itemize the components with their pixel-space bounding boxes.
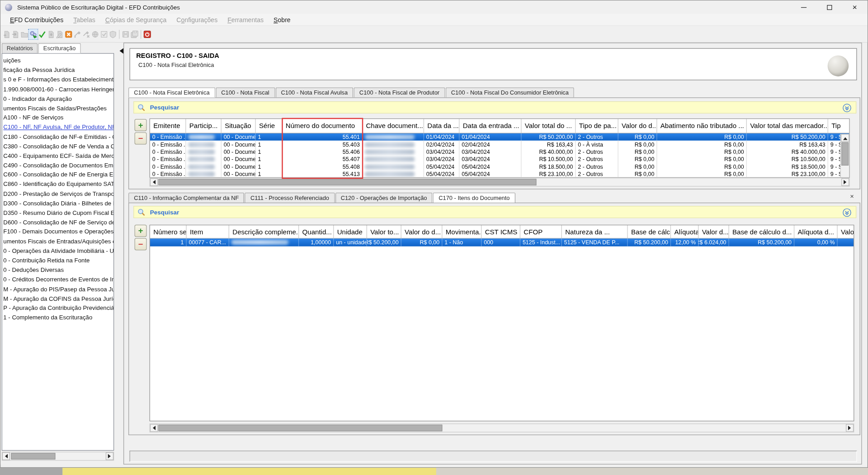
- column-header-valor-to[interactable]: Valor to...: [367, 225, 401, 238]
- table-row[interactable]: 0 - Emissão ...00 - Docume...155.40101/0…: [150, 133, 849, 141]
- verify-checkbox-icon[interactable]: [99, 29, 108, 39]
- column-header-aliquota-d[interactable]: Alíquota d...: [794, 225, 838, 238]
- tools-delete-icon[interactable]: [82, 29, 91, 39]
- column-header-unidade[interactable]: Unidade: [334, 225, 367, 238]
- minimize-button[interactable]: [791, 0, 816, 14]
- tools-edit-icon[interactable]: [73, 29, 82, 39]
- column-header-valor[interactable]: Valor: [838, 225, 854, 238]
- scrollbar-thumb[interactable]: [841, 142, 849, 166]
- sidebar-item[interactable]: C490 - Consolidação de Documentos Emitid…: [2, 161, 113, 170]
- column-header-situacao[interactable]: Situação: [222, 119, 256, 133]
- sidebar-item[interactable]: A100 - NF de Serviços: [2, 113, 113, 123]
- menu-ferramentas[interactable]: Ferramentas: [222, 14, 269, 24]
- column-header-data-da-entrada[interactable]: Data da entrada ...: [459, 119, 521, 133]
- column-header-numero-do-documento[interactable]: Número do documento: [282, 119, 363, 133]
- sidebar-item[interactable]: 0 - Deduções Diversas: [2, 265, 113, 275]
- sidebar-item[interactable]: D200 - Prestação de Serviços de Transpor…: [2, 189, 113, 199]
- column-header-aliquota[interactable]: Alíquota ...: [671, 225, 698, 238]
- tab-c100-nota-fiscal[interactable]: C100 - Nota Fiscal: [216, 87, 275, 97]
- column-header-base-de-calculo-d[interactable]: Base de cálculo d...: [729, 225, 794, 238]
- sidebar-item[interactable]: F100 - Demais Documentos e Operações Ger…: [2, 227, 113, 237]
- tab-c170-itens-do-documento[interactable]: C170 - Itens do Documento: [433, 193, 515, 203]
- sidebar-item[interactable]: 0 - Créditos Decorrentes de Eventos de I…: [2, 275, 113, 284]
- tab-c100-nota-fiscal-eletronica[interactable]: C100 - Nota Fiscal Eletrônica: [128, 87, 215, 97]
- save-icon[interactable]: [121, 29, 130, 39]
- save-copy-icon[interactable]: [130, 29, 139, 39]
- menu-efd-contribuicoes[interactable]: EFD Contribuições: [5, 14, 68, 24]
- column-header-tipo-de-pa[interactable]: Tipo de pa...: [576, 119, 618, 133]
- column-header-item[interactable]: Item: [187, 225, 229, 238]
- sidebar-tab-escrituracao[interactable]: Escrituração: [38, 43, 81, 53]
- sidebar-item[interactable]: C400 - Equipamento ECF- Saída de Mercado…: [2, 151, 113, 161]
- menu-configuracoes[interactable]: Configurações: [171, 14, 222, 24]
- column-header-chave-document[interactable]: Chave document...: [363, 119, 424, 133]
- column-header-natureza-da[interactable]: Natureza da ...: [562, 225, 628, 238]
- menu-tabelas[interactable]: Tabelas: [68, 14, 100, 24]
- table-row[interactable]: 0 - Emissão ...00 - Docume...155.40603/0…: [150, 148, 849, 156]
- scroll-left-button[interactable]: [150, 178, 158, 186]
- sidebar-item[interactable]: C180 - Consolidação de NF-e Emitidas - O…: [2, 132, 113, 142]
- collapse-chevron-icon[interactable]: [843, 104, 852, 113]
- tab-c110-informacao-complementar-da-nf[interactable]: C110 - Informação Complementar da NF: [128, 193, 244, 203]
- column-header-base-de-calcul[interactable]: Base de cálcul...: [628, 225, 671, 238]
- sidebar-item[interactable]: C860 - Identificação do Equipamento SAT-…: [2, 180, 113, 189]
- menu-sobre[interactable]: Sobre: [269, 14, 296, 24]
- close-button[interactable]: ✕: [842, 0, 867, 14]
- table-row[interactable]: 0 - Emissão ...00 - Docume...155.41305/0…: [150, 171, 849, 178]
- sidebar-item[interactable]: 1.990.908/0001-60 - Carrocerias Heringer…: [2, 85, 113, 94]
- sidebar-item[interactable]: uições: [2, 56, 113, 66]
- column-header-cst-icms[interactable]: CST ICMS: [481, 225, 520, 238]
- column-header-valor-do-d[interactable]: Valor do d...: [401, 225, 443, 238]
- column-header-descricao-compleme[interactable]: Descrição compleme...: [229, 225, 299, 238]
- collapse-chevron-icon[interactable]: [843, 208, 852, 217]
- remove-row-button[interactable]: −: [135, 238, 147, 250]
- column-header-movimenta[interactable]: Movimenta...: [442, 225, 481, 238]
- sidebar-item[interactable]: C600 - Consolidação de NF de Energia Elé…: [2, 170, 113, 180]
- scroll-right-button[interactable]: [106, 452, 113, 460]
- scroll-right-button[interactable]: [841, 178, 849, 186]
- sidebar-item[interactable]: umentos Fiscais de Saídas/Prestações: [2, 104, 113, 113]
- sidebar-item[interactable]: 0 - Operações da Atividade Imobiliária -…: [2, 246, 113, 256]
- folder-icon[interactable]: [20, 29, 29, 39]
- maximize-button[interactable]: [816, 0, 842, 14]
- column-header-valor-do-d[interactable]: Valor do d...: [618, 119, 657, 133]
- column-header-emitente[interactable]: Emitente: [150, 119, 186, 133]
- new-document-icon[interactable]: [2, 29, 11, 39]
- table-row[interactable]: 0 - Emissão ...00 - Docume...155.40302/0…: [150, 141, 849, 148]
- tab-c111-processo-referenciado[interactable]: C111 - Processo Referenciado: [245, 193, 335, 203]
- column-header-tip[interactable]: Tip: [828, 119, 850, 133]
- tab-c120-operacoes-de-importacao[interactable]: C120 - Operações de Importação: [335, 193, 432, 203]
- table-row[interactable]: 100077 - CAR...1,00000un - unidadeR$ 50.…: [150, 238, 854, 246]
- table-row[interactable]: 0 - Emissão ...00 - Docume...155.40703/0…: [150, 156, 849, 163]
- column-header-quantid[interactable]: Quantid...: [299, 225, 334, 238]
- search-bar[interactable]: Pesquisar: [133, 206, 856, 218]
- column-header-serie[interactable]: Série: [256, 119, 283, 133]
- sidebar-item[interactable]: D300 - Consolidação Diária - Bilhetes de…: [2, 199, 113, 208]
- sidebar-item[interactable]: s 0 e F - Informações dos Estabeleciment…: [2, 75, 113, 85]
- column-header-numero-se[interactable]: Número se...: [150, 225, 187, 238]
- sidebar-item[interactable]: 0 - Contribuição Retida na Fonte: [2, 256, 113, 265]
- sidebar-item[interactable]: umentos Fiscais de Entradas/Aquisições c…: [2, 237, 113, 246]
- add-row-button[interactable]: +: [135, 225, 147, 237]
- column-header-valor-d[interactable]: Valor d...: [698, 225, 729, 238]
- scroll-left-button[interactable]: [2, 452, 10, 460]
- sidebar-item[interactable]: M - Apuração do PIS/Pasep da Pessoa Jurí…: [2, 284, 113, 294]
- menu-copias-de-seguranca[interactable]: Cópias de Segurança: [100, 14, 172, 24]
- column-header-abatimento-nao-tributado[interactable]: Abatimento não tributado ...: [657, 119, 746, 133]
- column-header-valor-total-do[interactable]: Valor total do ...: [521, 119, 576, 133]
- scrollbar-thumb[interactable]: [158, 425, 442, 432]
- sidebar-tab-relatorios[interactable]: Relatórios: [2, 43, 38, 53]
- sidebar-item[interactable]: D350 - Resumo Diário de Cupom Fiscal Emi…: [2, 208, 113, 218]
- sign-document-icon[interactable]: [55, 29, 64, 39]
- scrollbar-thumb[interactable]: [11, 453, 55, 460]
- sidebar-item[interactable]: M - Apuração da COFINS da Pessoa Jurídic…: [2, 294, 113, 303]
- open-escrituracao-icon[interactable]: [11, 29, 20, 39]
- sidebar-item[interactable]: ficação da Pessoa Jurídica: [2, 66, 113, 75]
- column-header-cfop[interactable]: CFOP: [520, 225, 562, 238]
- sidebar-item[interactable]: C100 - NF, NF Avulsa, NF de Produtor, NF…: [2, 123, 113, 132]
- splitter-collapse-arrow[interactable]: [117, 48, 123, 53]
- scrollbar-thumb[interactable]: [158, 179, 536, 185]
- column-header-particip[interactable]: Particip...: [186, 119, 221, 133]
- transmit-globe-icon[interactable]: [91, 29, 100, 39]
- security-shield-icon[interactable]: [108, 29, 118, 39]
